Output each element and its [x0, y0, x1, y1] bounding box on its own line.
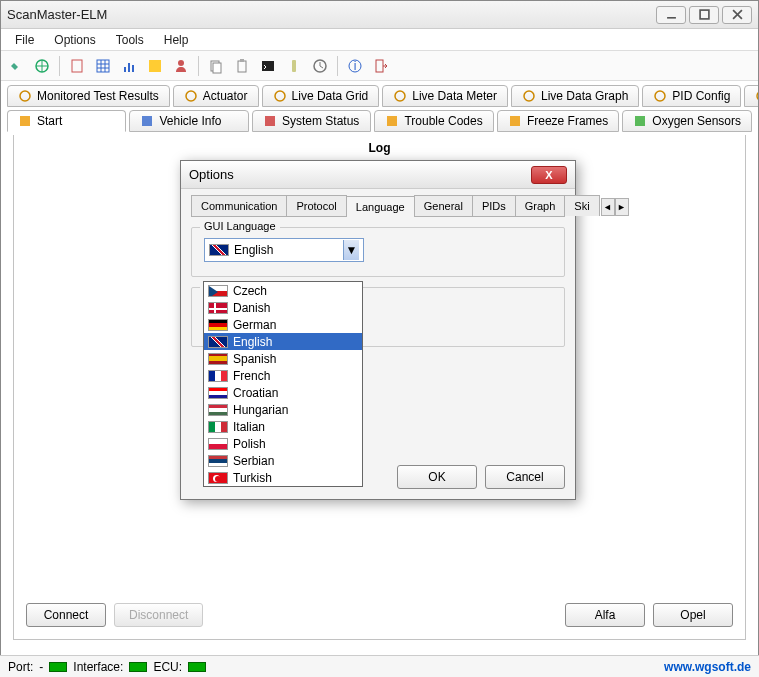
menu-bar: File Options Tools Help: [1, 29, 758, 51]
menu-options[interactable]: Options: [44, 31, 105, 49]
tab-freeze-frames[interactable]: Freeze Frames: [497, 110, 619, 132]
language-option-french[interactable]: French: [204, 367, 362, 384]
menu-file[interactable]: File: [5, 31, 44, 49]
svg-rect-10: [149, 60, 161, 72]
svg-point-26: [524, 91, 534, 101]
svg-rect-16: [262, 61, 274, 71]
dialog-close-button[interactable]: X: [531, 166, 567, 184]
dialog-title: Options: [189, 167, 531, 182]
svg-rect-14: [238, 61, 246, 72]
tool-paste-icon[interactable]: [231, 55, 253, 77]
language-dropdown-list[interactable]: CzechDanishGermanEnglishSpanishFrenchCro…: [203, 281, 363, 487]
tool-chart-icon[interactable]: [118, 55, 140, 77]
language-option-italian[interactable]: Italian: [204, 418, 362, 435]
tab-live-data-meter[interactable]: Live Data Meter: [382, 85, 508, 107]
connect-button[interactable]: Connect: [26, 603, 106, 627]
svg-rect-17: [292, 60, 296, 72]
options-dialog: Options X CommunicationProtocolLanguageG…: [180, 160, 576, 500]
flag-hr-icon: [208, 387, 228, 399]
tool-exit-icon[interactable]: [370, 55, 392, 77]
tool-info-icon[interactable]: i: [344, 55, 366, 77]
freeze-icon: [508, 114, 522, 128]
language-option-serbian[interactable]: Serbian: [204, 452, 362, 469]
tab-trouble-codes[interactable]: Trouble Codes: [374, 110, 493, 132]
tab-actuator[interactable]: Actuator: [173, 85, 259, 107]
tool-terminal-icon[interactable]: [257, 55, 279, 77]
svg-rect-7: [124, 67, 126, 72]
options-tab-pids[interactable]: PIDs: [472, 195, 516, 216]
svg-rect-6: [97, 60, 109, 72]
options-tab-communication[interactable]: Communication: [191, 195, 287, 216]
language-option-spanish[interactable]: Spanish: [204, 350, 362, 367]
tool-user-icon[interactable]: [170, 55, 192, 77]
flag-dk-icon: [208, 302, 228, 314]
menu-help[interactable]: Help: [154, 31, 199, 49]
opel-button[interactable]: Opel: [653, 603, 733, 627]
svg-rect-8: [128, 63, 130, 72]
ok-button[interactable]: OK: [397, 465, 477, 489]
tool-doc-icon[interactable]: [66, 55, 88, 77]
options-tab-general[interactable]: General: [414, 195, 473, 216]
status-ecu-led: [188, 662, 206, 672]
tab-power[interactable]: Power: [744, 85, 759, 107]
status-ecu-label: ECU:: [153, 660, 182, 674]
warn-icon: [385, 114, 399, 128]
tab-live-data-graph[interactable]: Live Data Graph: [511, 85, 639, 107]
language-option-czech[interactable]: Czech: [204, 282, 362, 299]
minimize-button[interactable]: [656, 6, 686, 24]
alfa-button[interactable]: Alfa: [565, 603, 645, 627]
options-tab-ski[interactable]: Ski: [564, 195, 599, 216]
tool-globe-icon[interactable]: [31, 55, 53, 77]
language-option-german[interactable]: German: [204, 316, 362, 333]
language-option-polish[interactable]: Polish: [204, 435, 362, 452]
power-icon: [755, 89, 759, 103]
cancel-button[interactable]: Cancel: [485, 465, 565, 489]
language-option-danish[interactable]: Danish: [204, 299, 362, 316]
tab-scroll-right[interactable]: ►: [615, 198, 629, 216]
svg-rect-33: [510, 116, 520, 126]
status-bar: Port: - Interface: ECU: www.wgsoft.de: [0, 655, 759, 677]
tab-system-status[interactable]: System Status: [252, 110, 371, 132]
status-link[interactable]: www.wgsoft.de: [664, 660, 751, 674]
flag-fr-icon: [208, 370, 228, 382]
tab-live-data-grid[interactable]: Live Data Grid: [262, 85, 380, 107]
tool-grid-icon[interactable]: [92, 55, 114, 77]
home-icon: [18, 114, 32, 128]
language-combobox[interactable]: English ▼: [204, 238, 364, 262]
svg-point-22: [20, 91, 30, 101]
options-tab-graph[interactable]: Graph: [515, 195, 566, 216]
options-tab-language[interactable]: Language: [346, 196, 415, 217]
flag-tr-icon: [208, 472, 228, 484]
language-option-hungarian[interactable]: Hungarian: [204, 401, 362, 418]
dropdown-arrow-icon[interactable]: ▼: [343, 240, 359, 260]
language-option-turkish[interactable]: Turkish: [204, 469, 362, 486]
o2-icon: [633, 114, 647, 128]
tool-connect-icon[interactable]: [5, 55, 27, 77]
language-option-croatian[interactable]: Croatian: [204, 384, 362, 401]
flag-pl-icon: [208, 438, 228, 450]
tool-map-icon[interactable]: [144, 55, 166, 77]
tab-start[interactable]: Start: [7, 110, 126, 132]
menu-tools[interactable]: Tools: [106, 31, 154, 49]
svg-rect-30: [142, 116, 152, 126]
svg-rect-9: [132, 65, 134, 72]
tool-clock-icon[interactable]: [309, 55, 331, 77]
tab-pid-config[interactable]: PID Config: [642, 85, 741, 107]
svg-rect-5: [72, 60, 82, 72]
options-tab-protocol[interactable]: Protocol: [286, 195, 346, 216]
svg-rect-15: [240, 59, 244, 62]
status-iface-led: [129, 662, 147, 672]
tab-scroll-left[interactable]: ◄: [601, 198, 615, 216]
language-option-english[interactable]: English: [204, 333, 362, 350]
maximize-button[interactable]: [689, 6, 719, 24]
tool-copy-icon[interactable]: [205, 55, 227, 77]
tab-monitored-test-results[interactable]: Monitored Test Results: [7, 85, 170, 107]
tool-device-icon[interactable]: [283, 55, 305, 77]
meter-icon: [393, 89, 407, 103]
tab-area: Monitored Test ResultsActuatorLive Data …: [1, 81, 758, 132]
tab-vehicle-info[interactable]: Vehicle Info: [129, 110, 248, 132]
tab-oxygen-sensors[interactable]: Oxygen Sensors: [622, 110, 752, 132]
svg-point-25: [395, 91, 405, 101]
flag-hu-icon: [208, 404, 228, 416]
close-button[interactable]: [722, 6, 752, 24]
